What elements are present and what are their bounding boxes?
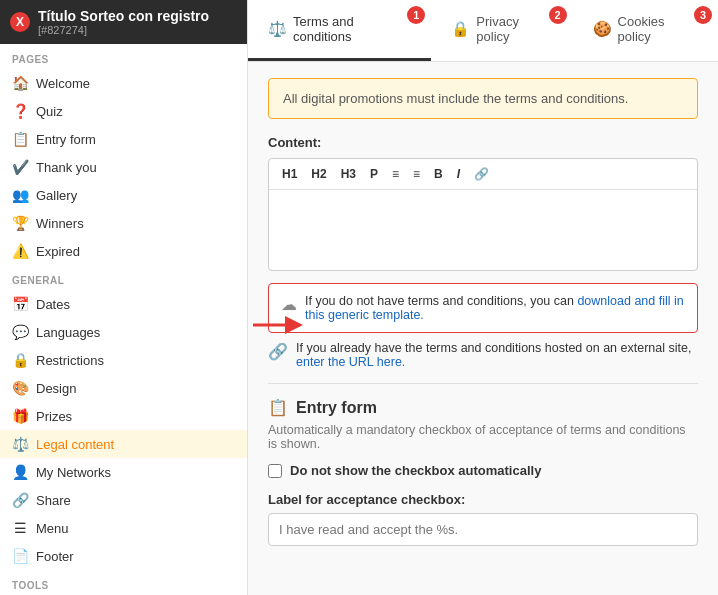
dates-icon: 📅 — [12, 296, 28, 312]
sidebar-item-prizes[interactable]: 🎁 Prizes — [0, 402, 247, 430]
sidebar-item-label: Legal content — [36, 437, 114, 452]
expired-icon: ⚠️ — [12, 243, 28, 259]
tab-terms[interactable]: ⚖️ Terms and conditions 1 — [248, 0, 431, 61]
sidebar-item-label: Gallery — [36, 188, 77, 203]
close-button[interactable]: X — [10, 12, 30, 32]
tab-cookies[interactable]: 🍪 Cookies policy 3 — [573, 0, 718, 61]
tabs-bar: ⚖️ Terms and conditions 1 🔒 Privacy poli… — [248, 0, 718, 62]
url-link[interactable]: enter the URL here. — [296, 355, 405, 369]
sidebar-item-dates[interactable]: 📅 Dates — [0, 290, 247, 318]
acceptance-label: Label for acceptance checkbox: — [268, 492, 698, 507]
italic-button[interactable]: I — [452, 165, 465, 183]
sidebar-item-label: Prizes — [36, 409, 72, 424]
sidebar-item-restrictions[interactable]: 🔒 Restrictions — [0, 346, 247, 374]
alert-text: All digital promotions must include the … — [283, 91, 628, 106]
sidebar-item-label: Welcome — [36, 76, 90, 91]
cloud-icon: ☁ — [281, 295, 297, 314]
gallery-icon: 👥 — [12, 187, 28, 203]
sidebar-item-gallery[interactable]: 👥 Gallery — [0, 181, 247, 209]
quiz-icon: ❓ — [12, 103, 28, 119]
sidebar-item-label: Restrictions — [36, 353, 104, 368]
share-icon: 🔗 — [12, 492, 28, 508]
sidebar-item-label: Languages — [36, 325, 100, 340]
sidebar-item-menu[interactable]: ☰ Menu — [0, 514, 247, 542]
entry-form-section-icon: 📋 — [268, 398, 288, 417]
sidebar-item-label: Menu — [36, 521, 69, 536]
sidebar-item-expired[interactable]: ⚠️ Expired — [0, 237, 247, 265]
main-content: ⚖️ Terms and conditions 1 🔒 Privacy poli… — [248, 0, 718, 595]
sidebar-item-winners[interactable]: 🏆 Winners — [0, 209, 247, 237]
sidebar-item-thank-you[interactable]: ✔️ Thank you — [0, 153, 247, 181]
no-checkbox-input[interactable] — [268, 464, 282, 478]
sidebar-item-label: Quiz — [36, 104, 63, 119]
sidebar-item-label: Share — [36, 493, 71, 508]
sidebar-item-languages[interactable]: 💬 Languages — [0, 318, 247, 346]
app-title: Título Sorteo con registro — [38, 8, 209, 24]
tab-label: Cookies policy — [618, 14, 698, 44]
title-area: Título Sorteo con registro [#827274] — [38, 8, 209, 36]
h1-button[interactable]: H1 — [277, 165, 302, 183]
sidebar-item-label: Footer — [36, 549, 74, 564]
footer-icon: 📄 — [12, 548, 28, 564]
languages-icon: 💬 — [12, 324, 28, 340]
tab-privacy[interactable]: 🔒 Privacy policy 2 — [431, 0, 572, 61]
terms-tab-icon: ⚖️ — [268, 20, 287, 38]
bold-button[interactable]: B — [429, 165, 448, 183]
tab-badge: 3 — [694, 6, 712, 24]
no-checkbox-label: Do not show the checkbox automatically — [290, 463, 541, 478]
general-section-label: GENERAL — [0, 265, 247, 290]
content-label: Content: — [268, 135, 698, 150]
entry-form-icon: 📋 — [12, 131, 28, 147]
template-link[interactable]: download and fill in this generic templa… — [305, 294, 684, 322]
winners-icon: 🏆 — [12, 215, 28, 231]
divider — [268, 383, 698, 384]
tab-badge: 1 — [407, 6, 425, 24]
tab-label: Terms and conditions — [293, 14, 411, 44]
entry-form-heading: 📋 Entry form — [268, 398, 698, 417]
template-info-box: ☁ If you do not have terms and condition… — [268, 283, 698, 333]
content-editor[interactable]: H1 H2 H3 P ≡ ≡ B I 🔗 — [268, 158, 698, 271]
editor-body[interactable] — [269, 190, 697, 270]
link-button[interactable]: 🔗 — [469, 165, 494, 183]
h2-button[interactable]: H2 — [306, 165, 331, 183]
main-content-area: All digital promotions must include the … — [248, 62, 718, 595]
sidebar-item-legal-content[interactable]: ⚖️ Legal content — [0, 430, 247, 458]
info-box-text: If you do not have terms and conditions,… — [305, 294, 685, 322]
pages-section-label: PAGES — [0, 44, 247, 69]
networks-icon: 👤 — [12, 464, 28, 480]
restrictions-icon: 🔒 — [12, 352, 28, 368]
sidebar-item-quiz[interactable]: ❓ Quiz — [0, 97, 247, 125]
sidebar-item-label: Entry form — [36, 132, 96, 147]
thank-you-icon: ✔️ — [12, 159, 28, 175]
editor-toolbar: H1 H2 H3 P ≡ ≡ B I 🔗 — [269, 159, 697, 190]
sidebar-item-label: Winners — [36, 216, 84, 231]
sidebar-item-label: Dates — [36, 297, 70, 312]
sidebar-item-design[interactable]: 🎨 Design — [0, 374, 247, 402]
sidebar-item-welcome[interactable]: 🏠 Welcome — [0, 69, 247, 97]
cookies-tab-icon: 🍪 — [593, 20, 612, 38]
menu-icon: ☰ — [12, 520, 28, 536]
sidebar-item-label: Expired — [36, 244, 80, 259]
privacy-tab-icon: 🔒 — [451, 20, 470, 38]
app-id: [#827274] — [38, 24, 209, 36]
no-checkbox-row[interactable]: Do not show the checkbox automatically — [268, 463, 698, 478]
tab-label: Privacy policy — [476, 14, 552, 44]
sidebar-header: X Título Sorteo con registro [#827274] — [0, 0, 247, 44]
entry-form-description: Automatically a mandatory checkbox of ac… — [268, 423, 698, 451]
ul-button[interactable]: ≡ — [387, 165, 404, 183]
sidebar-item-label: My Networks — [36, 465, 111, 480]
sidebar-item-footer[interactable]: 📄 Footer — [0, 542, 247, 570]
p-button[interactable]: P — [365, 165, 383, 183]
legal-icon: ⚖️ — [12, 436, 28, 452]
design-icon: 🎨 — [12, 380, 28, 396]
home-icon: 🏠 — [12, 75, 28, 91]
prizes-icon: 🎁 — [12, 408, 28, 424]
ol-button[interactable]: ≡ — [408, 165, 425, 183]
acceptance-input[interactable] — [268, 513, 698, 546]
sidebar-item-my-networks[interactable]: 👤 My Networks — [0, 458, 247, 486]
h3-button[interactable]: H3 — [336, 165, 361, 183]
sidebar-item-share[interactable]: 🔗 Share — [0, 486, 247, 514]
sidebar-item-entry-form[interactable]: 📋 Entry form — [0, 125, 247, 153]
entry-form-title: Entry form — [296, 399, 377, 417]
alert-box: All digital promotions must include the … — [268, 78, 698, 119]
